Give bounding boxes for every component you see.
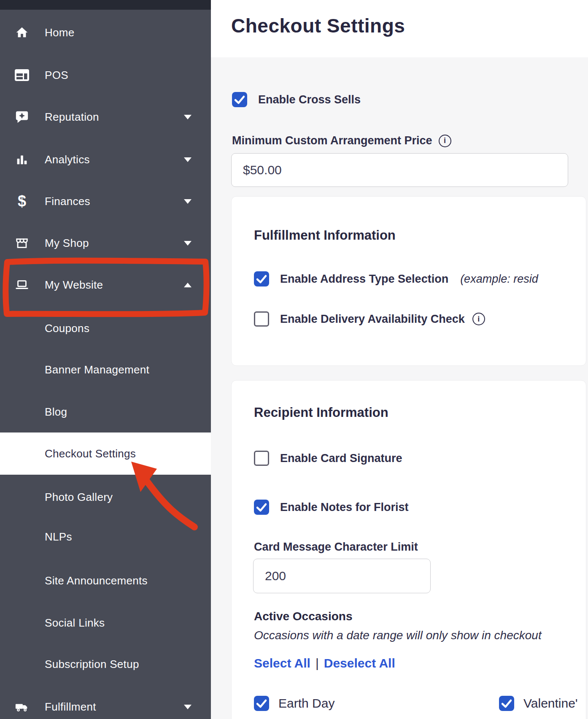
- sidebar-item-finances[interactable]: $ Finances: [0, 180, 211, 222]
- card-signature-label: Enable Card Signature: [280, 452, 402, 465]
- recipient-card-title: Recipient Information: [254, 405, 388, 420]
- address-type-note: (example: resid: [460, 273, 538, 286]
- sidebar-top-bar: [0, 0, 211, 10]
- sidebar-item-label: Banner Management: [45, 363, 149, 376]
- active-occasions-title: Active Occasions: [254, 610, 352, 623]
- sidebar-item-photo-gallery[interactable]: Photo Gallery: [0, 476, 211, 518]
- laptop-icon: [14, 277, 30, 292]
- sidebar-item-label: NLPs: [45, 530, 72, 543]
- chevron-down-icon[interactable]: [184, 705, 192, 709]
- sidebar-item-checkout-settings[interactable]: Checkout Settings: [0, 432, 211, 475]
- sidebar-item-label: Coupons: [45, 322, 89, 335]
- link-separator: |: [316, 656, 319, 670]
- chevron-down-icon[interactable]: [184, 199, 192, 204]
- sidebar-item-label: Analytics: [45, 153, 90, 166]
- sidebar-item-label: Subscription Setup: [45, 658, 139, 671]
- truck-icon: [14, 699, 30, 714]
- sidebar-item-label: Reputation: [45, 111, 99, 124]
- select-links-row: Select All | Deselect All: [254, 656, 395, 670]
- sidebar-item-home[interactable]: Home: [0, 11, 211, 54]
- notes-florist-row: Enable Notes for Florist: [254, 500, 409, 515]
- sidebar-item-label: Checkout Settings: [45, 447, 136, 460]
- delivery-check-label: Enable Delivery Availability Check: [280, 313, 465, 326]
- analytics-icon: [14, 152, 30, 167]
- sidebar-item-my-shop[interactable]: My Shop: [0, 222, 211, 264]
- sidebar-item-label: POS: [45, 69, 68, 82]
- page-title: Checkout Settings: [231, 14, 405, 37]
- sidebar-item-subscription-setup[interactable]: Subscription Setup: [0, 643, 211, 685]
- address-type-label: Enable Address Type Selection: [280, 273, 448, 286]
- active-occasions-subtitle: Occasions with a date range will only sh…: [254, 629, 542, 642]
- sidebar-item-label: My Shop: [45, 237, 89, 250]
- select-all-link[interactable]: Select All: [254, 656, 310, 670]
- fulfillment-card: Fulfillment Information Enable Address T…: [231, 196, 586, 366]
- recipient-card: Recipient Information Enable Card Signat…: [231, 380, 586, 719]
- sidebar-item-analytics[interactable]: Analytics: [0, 138, 211, 181]
- occasion-earth-day-row: Earth Day: [254, 696, 334, 711]
- sidebar-item-my-website[interactable]: My Website: [0, 264, 211, 306]
- min-price-label: Minimum Custom Arrangement Price: [232, 134, 432, 147]
- cross-sells-row: Enable Cross Sells: [232, 92, 361, 107]
- delivery-check-row: Enable Delivery Availability Check: [254, 311, 485, 327]
- dollar-icon: $: [14, 194, 30, 209]
- sidebar-item-label: Home: [45, 26, 75, 39]
- card-signature-checkbox[interactable]: [254, 451, 269, 466]
- sidebar-item-label: Photo Gallery: [45, 491, 113, 504]
- sidebar-item-label: Finances: [45, 195, 90, 208]
- pos-icon: [14, 68, 30, 83]
- delivery-check-checkbox[interactable]: [254, 311, 269, 327]
- valentines-checkbox[interactable]: [499, 696, 514, 711]
- earth-day-checkbox[interactable]: [254, 696, 269, 711]
- valentines-label: Valentine': [523, 696, 578, 711]
- sidebar-item-reputation[interactable]: Reputation: [0, 96, 211, 138]
- sidebar-item-nlps[interactable]: NLPs: [0, 516, 211, 558]
- fulfillment-card-title: Fulfillment Information: [254, 228, 396, 243]
- notes-florist-checkbox[interactable]: [254, 500, 269, 515]
- chevron-up-icon[interactable]: [184, 283, 192, 287]
- sidebar-item-coupons[interactable]: Coupons: [0, 307, 211, 349]
- sidebar-item-label: Site Announcements: [45, 574, 148, 587]
- address-type-row: Enable Address Type Selection (example: …: [254, 271, 538, 287]
- home-icon: [14, 25, 30, 40]
- chevron-down-icon[interactable]: [184, 241, 192, 246]
- cross-sells-checkbox[interactable]: [232, 92, 247, 107]
- earth-day-label: Earth Day: [278, 696, 334, 711]
- sidebar: Home POS Reputation Analytics $ Finances…: [0, 0, 211, 719]
- info-icon[interactable]: [472, 313, 485, 325]
- cross-sells-label: Enable Cross Sells: [258, 93, 361, 106]
- notes-florist-label: Enable Notes for Florist: [280, 501, 409, 514]
- sidebar-item-label: Fulfillment: [45, 700, 96, 714]
- card-limit-label: Card Message Character Limit: [254, 541, 418, 554]
- sidebar-item-label: My Website: [45, 278, 103, 292]
- sidebar-item-banner-management[interactable]: Banner Management: [0, 349, 211, 391]
- min-price-input[interactable]: [231, 153, 568, 187]
- sidebar-item-fulfillment[interactable]: Fulfillment: [0, 686, 211, 719]
- reputation-icon: [14, 109, 30, 124]
- card-limit-input[interactable]: [253, 559, 431, 593]
- sidebar-item-label: Blog: [45, 405, 67, 419]
- sidebar-item-pos[interactable]: POS: [0, 54, 211, 96]
- sidebar-item-social-links[interactable]: Social Links: [0, 602, 211, 644]
- card-signature-row: Enable Card Signature: [254, 451, 402, 466]
- occasion-valentines-row: Valentine': [499, 696, 578, 711]
- min-price-label-row: Minimum Custom Arrangement Price: [232, 134, 451, 147]
- chevron-down-icon[interactable]: [184, 115, 192, 119]
- sidebar-item-site-announcements[interactable]: Site Announcements: [0, 560, 211, 602]
- sidebar-item-blog[interactable]: Blog: [0, 391, 211, 433]
- chevron-down-icon[interactable]: [184, 157, 192, 162]
- info-icon[interactable]: [439, 135, 451, 147]
- storefront-icon: [14, 235, 30, 251]
- deselect-all-link[interactable]: Deselect All: [324, 656, 395, 670]
- address-type-checkbox[interactable]: [254, 271, 269, 287]
- sidebar-item-label: Social Links: [45, 616, 105, 630]
